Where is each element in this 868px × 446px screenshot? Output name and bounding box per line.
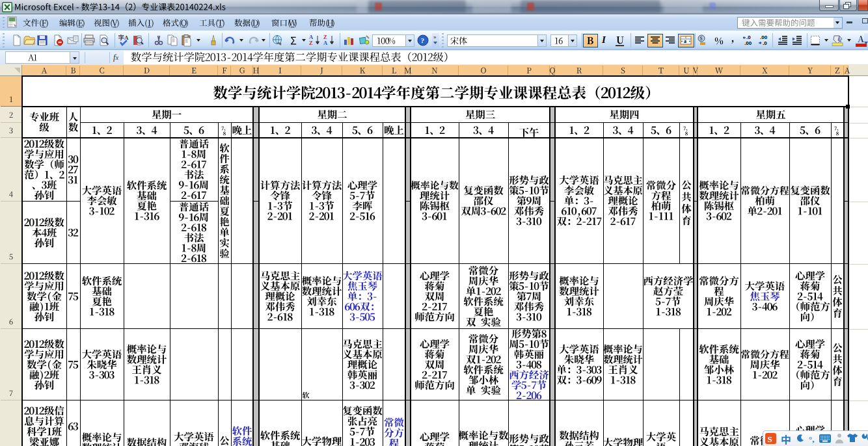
svg-text:A: A <box>323 40 328 46</box>
svg-text:.00: .00 <box>760 34 768 40</box>
svg-text:Z: Z <box>309 40 313 46</box>
svg-text:字A: 字A <box>118 34 129 41</box>
svg-text:?: ? <box>421 36 425 44</box>
svg-text:S: S <box>768 434 772 444</box>
svg-text:a: a <box>684 38 686 44</box>
svg-text:.0: .0 <box>763 40 767 46</box>
svg-text:.0: .0 <box>746 34 751 40</box>
svg-text:.00: .00 <box>744 40 752 46</box>
svg-text:$: $ <box>700 36 703 42</box>
